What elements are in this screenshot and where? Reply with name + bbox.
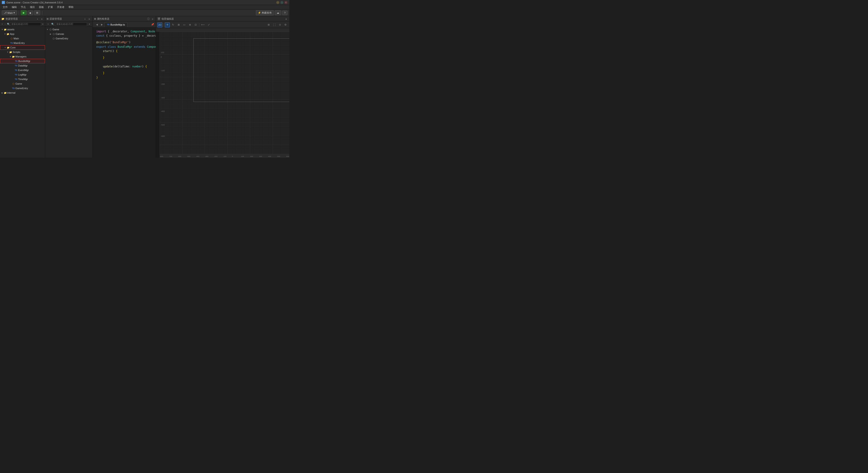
tree-item-bundlemgr[interactable]: TS BundleMgr — [0, 59, 45, 63]
scene-divider-2 — [199, 23, 199, 27]
maximize-button[interactable]: □ — [280, 1, 283, 4]
hier-arrow-canvas — [49, 33, 52, 35]
tree-item-internal[interactable]: 📁 internal — [0, 90, 45, 95]
main-toolbar: ⎇ Main ▾ ▶ ■ ⊞ ⚡ 构建发布 ☁ ? — [0, 9, 289, 16]
cloud-button[interactable]: ☁ — [275, 10, 281, 15]
code-line-3 — [93, 38, 156, 40]
menu-help[interactable]: 帮助 — [67, 5, 75, 9]
svg-text:-100: -100 — [223, 155, 227, 157]
menu-project[interactable]: 项目 — [28, 5, 37, 9]
menu-edit[interactable]: 编辑 — [10, 5, 19, 9]
play-icon: ▶ — [23, 11, 25, 14]
code-back-button[interactable]: ◀ — [95, 23, 99, 27]
scene-fit-view-button[interactable]: ⊞ — [266, 22, 271, 27]
scene-rotate-tool[interactable]: ↻ — [170, 22, 176, 27]
svg-text:-200: -200 — [161, 83, 165, 85]
code-tab-bundlemgr[interactable]: TS BundleMgr.ts — [104, 22, 127, 27]
code-forward-button[interactable]: ▶ — [100, 23, 104, 27]
tree-item-eventmgr[interactable]: TS EventMgr — [0, 68, 45, 72]
menu-extend[interactable]: 扩展 — [46, 5, 55, 9]
tree-arrow-timemgr — [12, 78, 14, 81]
scene-rect-tool[interactable]: ▭ — [182, 22, 187, 27]
hier-label-gameentry: GameEntry — [56, 37, 68, 40]
tree-arrow-core — [4, 46, 6, 49]
close-button[interactable]: ✕ — [284, 1, 287, 4]
tree-item-timemgr[interactable]: TS TimeMgr — [0, 77, 45, 82]
tree-item-app[interactable]: 📁 App — [0, 32, 45, 36]
scene-2d-button[interactable]: 2D — [157, 22, 162, 27]
menu-panel[interactable]: 面板 — [37, 5, 46, 9]
hier-item-game[interactable]: ⬡ Game — [45, 27, 92, 32]
code-content[interactable]: import { _decorator, Component, Node } f… — [93, 28, 156, 158]
scene-scale-tool[interactable]: ⊠ — [176, 22, 181, 27]
tree-item-core[interactable]: 📁 Core — [0, 45, 45, 50]
hierarchy-search-input[interactable] — [55, 22, 87, 26]
scene-settings-button[interactable]: ⚙ — [283, 22, 288, 27]
scene-transform-tool[interactable]: ⊕ — [187, 22, 192, 27]
asset-new-button[interactable]: + — [1, 22, 3, 26]
code-pin-button[interactable]: 📌 — [151, 23, 154, 27]
tree-item-mainentry[interactable]: TS MainEntry — [0, 41, 45, 45]
svg-text:-500: -500 — [161, 124, 165, 126]
tree-item-scripts[interactable]: 📁 Scripts — [0, 50, 45, 54]
scene-anchor-tool[interactable]: ⊡ — [193, 22, 198, 27]
tree-item-game-asset[interactable]: ⬡ Game — [0, 82, 45, 86]
tree-item-datamgr[interactable]: TS DataMgr — [0, 63, 45, 68]
asset-delete-button[interactable]: − — [4, 22, 6, 26]
hierarchy-add-node-button[interactable]: + — [46, 22, 50, 26]
asset-manager-add-button[interactable]: + — [36, 17, 39, 21]
code-tab-bar: ◀ ▶ TS BundleMgr.ts 📌 — [93, 22, 156, 28]
code-info-button[interactable]: ⓘ — [147, 17, 150, 21]
code-line-4: @ccclass('BundleMgr') — [93, 40, 156, 45]
tree-item-logmgr[interactable]: TS LogMgr — [0, 72, 45, 77]
hier-item-canvas[interactable]: ⬡ Canvas — [45, 32, 92, 36]
tree-item-gameentry-asset[interactable]: TS GameEntry — [0, 86, 45, 90]
scene-menu-button[interactable]: ≡ — [284, 17, 288, 21]
branch-selector[interactable]: ⎇ Main ▾ — [2, 10, 17, 15]
asset-manager-header: 📁 资源管理器 + ≡ — [0, 16, 45, 22]
asset-manager-panel: 📁 资源管理器 + ≡ + − 🔍 ≡ 📁 assets — [0, 16, 45, 158]
branch-chevron-icon: ▾ — [13, 11, 15, 14]
scene-header-btns: ≡ — [284, 17, 288, 21]
play-button[interactable]: ▶ — [21, 10, 27, 15]
hier-arrow-game — [46, 28, 49, 31]
canvas-viewport[interactable]: 100 0 -100 -200 -300 -400 -500 -600 — [160, 32, 289, 158]
menu-developer[interactable]: 开发者 — [55, 5, 66, 9]
tree-item-main[interactable]: ⬡ Main — [0, 36, 45, 41]
branch-label: Main — [7, 11, 13, 14]
tree-item-assets[interactable]: 📁 assets — [0, 27, 45, 32]
asset-search-input[interactable] — [10, 22, 41, 26]
scene-editor-title: 场景编辑器 — [161, 17, 174, 21]
tree-arrow-datamgr — [12, 64, 14, 67]
minimize-button[interactable]: ─ — [276, 1, 279, 4]
scene-fullscreen-button[interactable]: ⛶ — [272, 22, 277, 27]
scene-fit-tool[interactable]: ⤢ — [206, 22, 211, 27]
hierarchy-header-buttons: + ≡ — [83, 17, 91, 21]
hier-item-gameentry[interactable]: ⬡ GameEntry — [45, 36, 92, 41]
hierarchy-menu-button[interactable]: ≡ — [88, 17, 91, 21]
help-button[interactable]: ? — [282, 11, 287, 15]
asset-manager-menu-button[interactable]: ≡ — [40, 17, 43, 21]
ts-icon-logmgr: TS — [14, 73, 18, 76]
ts-icon-datamgr: TS — [14, 64, 18, 67]
properties-icon: ⊞ — [94, 18, 96, 20]
hierarchy-filter-button[interactable]: ≡ — [88, 22, 92, 26]
step-button[interactable]: ⊞ — [34, 10, 40, 15]
scene-camera-button[interactable]: ⊙ — [277, 22, 282, 27]
app-icon: C — [2, 1, 5, 4]
tree-label-core: Core — [10, 46, 16, 49]
build-publish-button[interactable]: ⚡ 构建发布 — [256, 10, 274, 16]
stop-button[interactable]: ■ — [28, 11, 33, 15]
asset-manager-title-group: 📁 资源管理器 — [1, 17, 18, 21]
hierarchy-add-button[interactable]: + — [83, 17, 87, 21]
svg-text:200: 200 — [250, 155, 253, 157]
asset-filter-button[interactable]: ≡ — [41, 22, 44, 26]
code-menu-button[interactable]: ≡ — [151, 17, 154, 21]
tree-item-managers[interactable]: 📁 Managers — [0, 54, 45, 59]
menu-file[interactable]: 文件 — [1, 5, 9, 9]
menu-node[interactable]: 节点 — [19, 5, 28, 9]
scene-move-tool[interactable]: ✛ — [165, 22, 170, 27]
scene-canvas[interactable]: 100 0 -100 -200 -300 -400 -500 -600 -800… — [156, 28, 289, 158]
scene-align-left[interactable]: ⟵ — [200, 22, 206, 27]
title-bar-controls: ─ □ ✕ — [276, 1, 287, 4]
